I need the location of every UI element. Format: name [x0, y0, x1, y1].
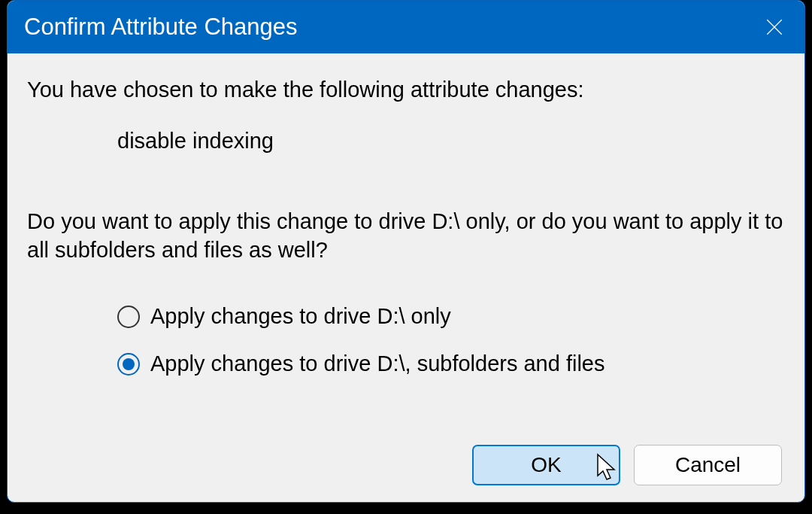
radio-label: Apply changes to drive D:\, subfolders a…	[150, 350, 605, 379]
close-button[interactable]	[744, 1, 804, 53]
radio-icon	[117, 306, 140, 328]
radio-group: Apply changes to drive D:\ only Apply ch…	[27, 303, 788, 379]
radio-icon	[117, 353, 140, 376]
cancel-button[interactable]: Cancel	[634, 445, 782, 485]
radio-option-subfolders[interactable]: Apply changes to drive D:\, subfolders a…	[117, 350, 788, 379]
dialog-content: You have chosen to make the following at…	[8, 53, 804, 379]
ok-button[interactable]: OK	[472, 445, 620, 485]
question-text: Do you want to apply this change to driv…	[27, 208, 788, 264]
change-description: disable indexing	[27, 127, 788, 156]
radio-label: Apply changes to drive D:\ only	[150, 303, 451, 331]
radio-option-drive-only[interactable]: Apply changes to drive D:\ only	[117, 303, 788, 331]
confirm-attribute-changes-dialog: Confirm Attribute Changes You have chose…	[7, 0, 805, 503]
button-row: OK Cancel	[472, 445, 782, 485]
titlebar: Confirm Attribute Changes	[8, 1, 804, 53]
close-icon	[765, 17, 784, 37]
intro-text: You have chosen to make the following at…	[27, 76, 788, 105]
dialog-title: Confirm Attribute Changes	[24, 14, 744, 41]
